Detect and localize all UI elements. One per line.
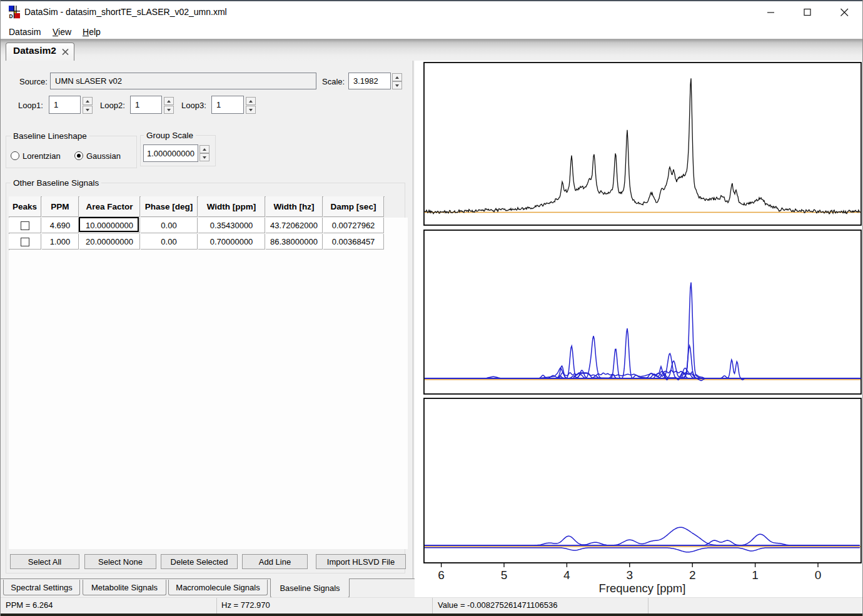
svg-text:2: 2 [689,568,696,582]
svg-text:6: 6 [438,568,445,582]
svg-text:1: 1 [752,568,759,582]
svg-text:5: 5 [501,568,508,582]
svg-text:0: 0 [815,568,822,582]
svg-text:3: 3 [627,568,633,582]
svg-text:D: D [9,13,13,19]
svg-text:Frequency [ppm]: Frequency [ppm] [599,582,686,595]
svg-text:4: 4 [563,568,570,582]
